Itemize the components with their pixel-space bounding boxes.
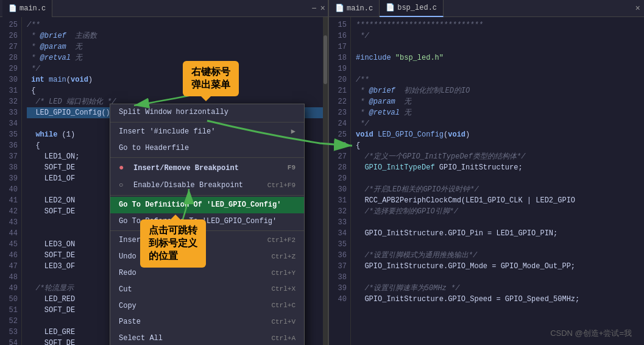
right-tab-main-c[interactable]: 📄 main.c: [329, 0, 380, 17]
menu-separator: [110, 157, 304, 158]
code-line: {: [27, 85, 323, 96]
code-line: * @retval 无: [27, 52, 323, 63]
file-icon: 📄: [386, 3, 395, 12]
left-tab-label: main.c: [19, 4, 46, 13]
menu-separator: [110, 195, 304, 196]
file-icon: 📄: [9, 4, 17, 12]
menu-item-undo[interactable]: Undo Ctrl+Z: [110, 249, 304, 265]
right-tab-bar: 📄 main.c 📄 bsp_led.c ×: [329, 0, 644, 17]
code-line: [356, 217, 639, 228]
menu-item-goto-header[interactable]: Go to Headerfile: [110, 140, 304, 157]
menu-item-cut[interactable]: Cut Ctrl+X: [110, 282, 304, 298]
code-line: */: [356, 30, 639, 41]
main-container: 📄 main.c − × 25 26 27 28 29 30 31 32 33 …: [0, 0, 644, 345]
left-line-numbers: 25 26 27 28 29 30 31 32 33 34 35 36 37 3…: [0, 17, 22, 345]
code-line: */: [356, 118, 639, 129]
code-line: /**: [27, 20, 323, 30]
menu-item-copy[interactable]: Copy Ctrl+C: [110, 298, 304, 315]
left-tab-bar: 📄 main.c − ×: [0, 0, 328, 17]
code-line: GPIO_InitTypeDef GPIO_InitStructure;: [356, 162, 639, 173]
right-tab-close[interactable]: ×: [632, 4, 644, 13]
code-line: * @brief 主函数: [27, 30, 323, 41]
menu-item-enable-breakpoint[interactable]: ○ Enable/Disable Breakpoint Ctrl+F9: [110, 177, 304, 194]
code-line: * @brief 初始化控制LED的IO: [356, 85, 639, 96]
right-code-area: 15 16 17 18 19 20 21 22 23 24 25 26 27 2…: [329, 17, 644, 345]
code-line: int main(void): [27, 74, 323, 85]
code-line: /*设置引脚模式为通用推挽输出*/: [356, 250, 639, 261]
breakpoint-icon: ●: [119, 162, 129, 174]
menu-item-split-window[interactable]: Split Window horizontally: [110, 104, 304, 121]
editor-left: 📄 main.c − × 25 26 27 28 29 30 31 32 33 …: [0, 0, 329, 345]
code-line: GPIO_InitStructure.GPIO_Pin = LED1_GPIO_…: [356, 228, 639, 239]
code-line: *****************************: [356, 20, 639, 30]
left-scrollbar[interactable]: [323, 17, 328, 345]
file-icon: 📄: [335, 4, 344, 13]
watermark: CSDN @创造+尝试=我: [550, 328, 632, 339]
code-line: [356, 41, 639, 52]
code-line: GPIO_InitStructure.GPIO_Mode = GPIO_Mode…: [356, 261, 639, 272]
code-line: /*设置引脚速率为50MHz */: [356, 283, 639, 294]
tab-actions: − ×: [311, 4, 325, 13]
right-tab-bsp-led[interactable]: 📄 bsp_led.c: [380, 0, 444, 17]
code-line: /**: [356, 74, 639, 85]
circle-icon: ○: [119, 180, 129, 191]
code-line: */: [27, 63, 323, 74]
code-line: #include "bsp_led.h": [356, 52, 639, 63]
menu-item-redo[interactable]: Redo Ctrl+Y: [110, 265, 304, 282]
code-line: /*选择要控制的GPIO引脚*/: [356, 206, 639, 217]
code-line: * @retval 无: [356, 107, 639, 118]
close-icon[interactable]: ×: [320, 4, 325, 13]
code-line: * @param 无: [27, 41, 323, 52]
code-line: [356, 272, 639, 283]
code-line: RCC_APB2PeriphClockCmd(LED1_GPIO_CLK | L…: [356, 195, 639, 206]
code-line: GPIO_InitStructure.GPIO_Speed = GPIO_Spe…: [356, 294, 639, 305]
annotation-bubble-2: 点击可跳转到标号定义的位置: [140, 219, 206, 268]
left-tab-main-c[interactable]: 📄 main.c: [2, 0, 52, 17]
arrow-icon: ▶: [291, 127, 295, 137]
menu-item-paste[interactable]: Paste Ctrl+V: [110, 314, 304, 330]
code-line-func-def: void LED_GPIO_Config(void): [356, 129, 639, 140]
right-tab-label-main: main.c: [347, 4, 373, 13]
right-line-numbers: 15 16 17 18 19 20 21 22 23 24 25 26 27 2…: [329, 17, 351, 345]
menu-item-select-all[interactable]: Select All Ctrl+A: [110, 330, 304, 345]
menu-item-insert-rem[interactable]: Insert/Rem... Ctrl+F2: [110, 232, 304, 249]
code-line: {: [356, 140, 639, 151]
menu-separator: [110, 230, 304, 231]
menu-item-goto-definition[interactable]: Go To Definition Of 'LED_GPIO_Config': [110, 197, 304, 213]
context-menu: Split Window horizontally Insert '#inclu…: [110, 104, 305, 345]
annotation-bubble-1: 右键标号弹出菜单: [183, 61, 239, 96]
code-line: [356, 173, 639, 184]
menu-item-insert-breakpoint[interactable]: ● Insert/Remove Breakpoint F9: [110, 159, 304, 177]
right-tab-label-bsp: bsp_led.c: [397, 4, 437, 12]
menu-separator: [110, 122, 304, 123]
right-code-content[interactable]: ***************************** */ #includ…: [351, 17, 644, 345]
code-line: /*定义一个GPIO_InitTypeDef类型的结构体*/: [356, 151, 639, 162]
scrollbar-thumb[interactable]: [324, 35, 327, 84]
code-line: [356, 239, 639, 250]
code-line: * @param 无: [356, 96, 639, 107]
menu-item-goto-reference[interactable]: Go To Reference To 'LED_GPIO_Config': [110, 213, 304, 230]
code-line: [356, 63, 639, 74]
code-line: /*开启LED相关的GPIO外设时钟*/: [356, 184, 639, 195]
minimize-icon[interactable]: −: [311, 4, 316, 13]
editor-right: 📄 main.c 📄 bsp_led.c × 15 16 17 18 19 20…: [329, 0, 644, 345]
menu-item-insert-include[interactable]: Insert '#include file' ▶: [110, 124, 304, 140]
